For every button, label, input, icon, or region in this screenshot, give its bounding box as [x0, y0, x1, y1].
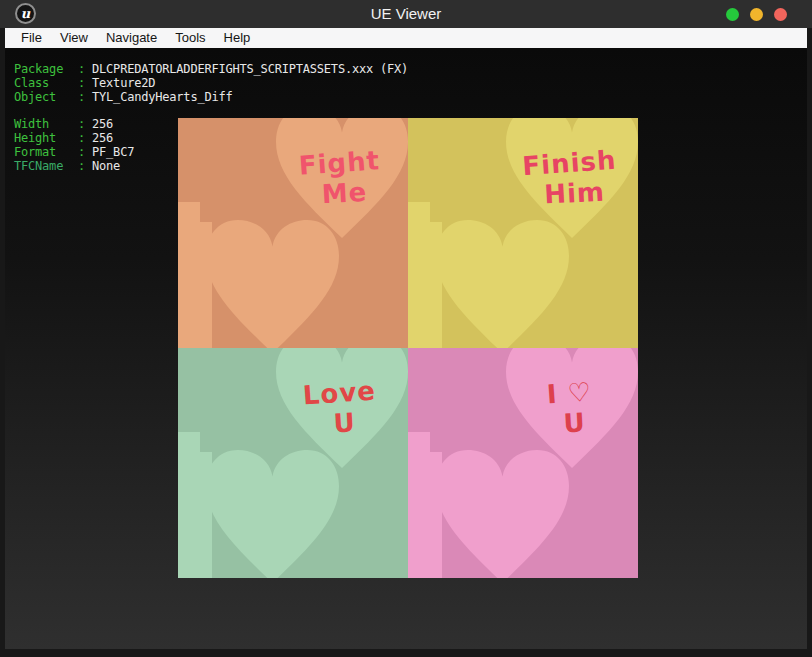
heart-text-line2: Me — [321, 177, 368, 209]
window-controls — [726, 0, 787, 28]
info-separator: : — [78, 159, 85, 173]
info-value: None — [92, 159, 120, 173]
info-value: 256 — [92, 117, 113, 131]
texture-preview[interactable]: FightMeFinishHimLoveUI ♡U — [178, 118, 638, 578]
info-label: Package — [14, 62, 78, 76]
menu-navigate[interactable]: Navigate — [97, 28, 166, 48]
info-label: Class — [14, 76, 78, 90]
info-row-package: Package:DLCPREDATORLADDERFIGHTS_SCRIPTAS… — [14, 62, 408, 76]
info-value: PF_BC7 — [92, 145, 134, 159]
info-row-class: Class:Texture2D — [14, 76, 408, 90]
menu-view[interactable]: View — [51, 28, 97, 48]
heart-text-line1: Fight — [298, 145, 381, 181]
heart-text-line2: U — [563, 407, 587, 438]
window-title: UE Viewer — [0, 0, 812, 28]
info-separator: : — [78, 76, 85, 90]
info-separator: : — [78, 131, 85, 145]
info-label: Height — [14, 131, 78, 145]
info-label: Width — [14, 117, 78, 131]
menu-file[interactable]: File — [12, 28, 51, 48]
candy-heart-edge-strip — [408, 222, 442, 348]
info-value: DLCPREDATORLADDERFIGHTS_SCRIPTASSETS.xxx… — [92, 62, 408, 76]
viewer-viewport[interactable]: Package:DLCPREDATORLADDERFIGHTS_SCRIPTAS… — [5, 48, 807, 649]
texture-quadrant-i-heart-u: I ♡U — [408, 348, 638, 578]
texture-quadrant-finish-him: FinishHim — [408, 118, 638, 348]
info-value: TYL_CandyHearts_Diff — [92, 90, 233, 104]
menubar: FileViewNavigateToolsHelp — [5, 28, 807, 48]
heart-text-line1: I ♡ — [546, 376, 593, 409]
candy-heart-edge-notch — [408, 432, 430, 453]
info-value: 256 — [92, 131, 113, 145]
window-button-yellow[interactable] — [750, 8, 763, 21]
texture-quadrant-love-u: LoveU — [178, 348, 408, 578]
info-label: Object — [14, 90, 78, 104]
candy-heart-edge-notch — [408, 202, 430, 223]
texture-quadrant-fight-me: FightMe — [178, 118, 408, 348]
candy-heart-edge-notch — [178, 432, 200, 453]
menu-tools[interactable]: Tools — [166, 28, 214, 48]
titlebar: u UE Viewer — [0, 0, 812, 28]
heart-text-line2: Him — [543, 176, 605, 209]
window-button-red[interactable] — [774, 8, 787, 21]
candy-heart-edge-notch — [178, 202, 200, 223]
heart-text-line1: Love — [302, 376, 377, 411]
info-label: TFCName — [14, 159, 78, 173]
menu-help[interactable]: Help — [215, 28, 260, 48]
candy-heart-edge-strip — [408, 452, 442, 578]
info-label: Format — [14, 145, 78, 159]
info-separator: : — [78, 117, 85, 131]
candy-heart-edge-strip — [178, 452, 212, 578]
info-separator: : — [78, 90, 85, 104]
window-button-green[interactable] — [726, 8, 739, 21]
info-group: Package:DLCPREDATORLADDERFIGHTS_SCRIPTAS… — [14, 62, 408, 104]
candy-heart-edge-strip — [178, 222, 212, 348]
info-value: Texture2D — [92, 76, 155, 90]
info-separator: : — [78, 62, 85, 76]
info-row-object: Object:TYL_CandyHearts_Diff — [14, 90, 408, 104]
info-separator: : — [78, 145, 85, 159]
heart-text-line2: U — [333, 407, 357, 438]
